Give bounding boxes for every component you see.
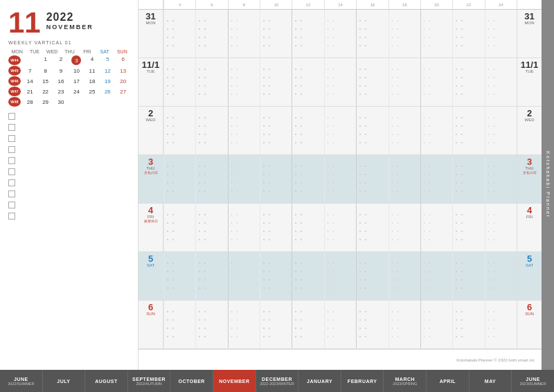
hour-cell[interactable] [260,10,292,57]
checkbox[interactable] [8,179,15,186]
day-grid[interactable] [163,301,517,348]
hour-cell[interactable] [452,58,484,106]
month-nav-item[interactable]: OCTOBER [170,370,213,392]
month-nav-item[interactable]: MARCH2023/SPRING [384,370,427,392]
hour-cell[interactable] [324,301,356,348]
checkbox[interactable] [8,213,15,220]
hour-cell[interactable] [260,155,292,203]
mini-cal-day[interactable]: 16 [53,78,69,85]
hour-cell[interactable] [260,252,292,300]
mini-cal-day[interactable]: 30 [53,98,69,106]
hour-cell[interactable] [163,301,195,348]
month-nav-item[interactable]: JANUARY [298,370,341,392]
mini-cal-day[interactable] [84,98,100,106]
hour-cell[interactable] [356,107,388,154]
hour-cell[interactable] [228,107,260,154]
hour-cell[interactable] [485,107,517,154]
checkbox[interactable] [8,190,15,197]
mini-cal-day[interactable]: 10 [69,67,84,75]
hour-cell[interactable] [420,204,452,251]
hour-cell[interactable] [163,58,195,106]
hour-cell[interactable] [163,10,195,57]
month-nav-item[interactable]: SEPTEMBER2022/AUTUMN [128,370,171,392]
mini-cal-day[interactable]: 21 [22,88,37,96]
checkbox[interactable] [8,124,15,131]
hour-cell[interactable] [452,301,484,348]
mini-cal-day[interactable]: 4 [84,55,100,65]
hour-cell[interactable] [292,58,323,106]
hour-cell[interactable] [324,107,356,154]
mini-cal-day[interactable] [100,98,115,106]
day-grid[interactable] [163,58,517,106]
hour-cell[interactable] [228,155,260,203]
checkbox[interactable] [8,113,15,120]
day-grid[interactable] [163,10,517,57]
hour-cell[interactable] [420,10,452,57]
hour-cell[interactable] [292,301,323,348]
hour-cell[interactable] [260,107,292,154]
hour-cell[interactable] [292,155,323,203]
hour-cell[interactable] [420,155,452,203]
month-nav-item[interactable]: MAY [470,370,512,392]
hour-cell[interactable] [195,58,227,106]
hour-cell[interactable] [388,155,420,203]
mini-cal-day[interactable]: 23 [53,88,69,96]
mini-cal-day[interactable]: 25 [84,88,100,96]
hour-cell[interactable] [356,58,388,106]
hour-cell[interactable] [420,107,452,154]
hour-cell[interactable] [388,10,420,57]
hour-cell[interactable] [163,107,195,154]
mini-cal-day[interactable]: 13 [116,67,131,75]
mini-cal-day[interactable]: 19 [100,78,115,85]
mini-cal-day[interactable]: 17 [69,78,84,85]
hour-cell[interactable] [485,155,517,203]
mini-cal-day[interactable]: 12 [100,67,115,75]
hour-cell[interactable] [324,58,356,106]
mini-cal-day[interactable]: 11 [84,67,100,75]
hour-cell[interactable] [388,204,420,251]
hour-cell[interactable] [260,301,292,348]
mini-cal-day[interactable]: 20 [116,78,131,85]
day-grid[interactable] [163,204,517,251]
mini-cal-day[interactable]: 27 [116,88,131,96]
mini-cal-day[interactable]: 2 [53,55,69,65]
hour-cell[interactable] [163,252,195,300]
hour-cell[interactable] [292,107,323,154]
day-grid[interactable] [163,155,517,203]
month-nav-item[interactable]: APRIL [427,370,470,392]
hour-cell[interactable] [228,204,260,251]
mini-cal-day[interactable]: 9 [53,67,69,75]
mini-cal-day[interactable]: 29 [37,98,53,106]
hour-cell[interactable] [452,252,484,300]
checkbox[interactable] [8,157,15,164]
mini-cal-day[interactable]: 22 [37,88,53,96]
hour-cell[interactable] [388,301,420,348]
mini-cal-day[interactable]: 6 [116,55,131,65]
hour-cell[interactable] [388,58,420,106]
mini-cal-day[interactable]: 7 [22,67,37,75]
checkbox[interactable] [8,202,15,208]
mini-cal-day[interactable]: 28 [22,98,37,106]
hour-cell[interactable] [388,252,420,300]
month-nav-item[interactable]: FEBRUARY [341,370,384,392]
month-nav-item[interactable]: JUNE2023/SUMMER [512,370,554,392]
hour-cell[interactable] [163,204,195,251]
mini-cal-day[interactable]: 24 [69,88,84,96]
hour-cell[interactable] [195,252,227,300]
hour-cell[interactable] [485,252,517,300]
hour-cell[interactable] [324,204,356,251]
month-nav-item[interactable]: AUGUST [85,370,128,392]
hour-cell[interactable] [388,107,420,154]
mini-cal-day[interactable] [22,55,37,65]
hour-cell[interactable] [485,58,517,106]
mini-cal-day[interactable]: 8 [37,67,53,75]
hour-cell[interactable] [452,107,484,154]
month-nav-item[interactable]: NOVEMBER [213,370,256,392]
hour-cell[interactable] [420,58,452,106]
mini-cal-day[interactable]: 3 [71,55,81,65]
hour-cell[interactable] [452,204,484,251]
hour-cell[interactable] [292,10,323,57]
hour-cell[interactable] [420,252,452,300]
hour-cell[interactable] [163,155,195,203]
hour-cell[interactable] [292,252,323,300]
